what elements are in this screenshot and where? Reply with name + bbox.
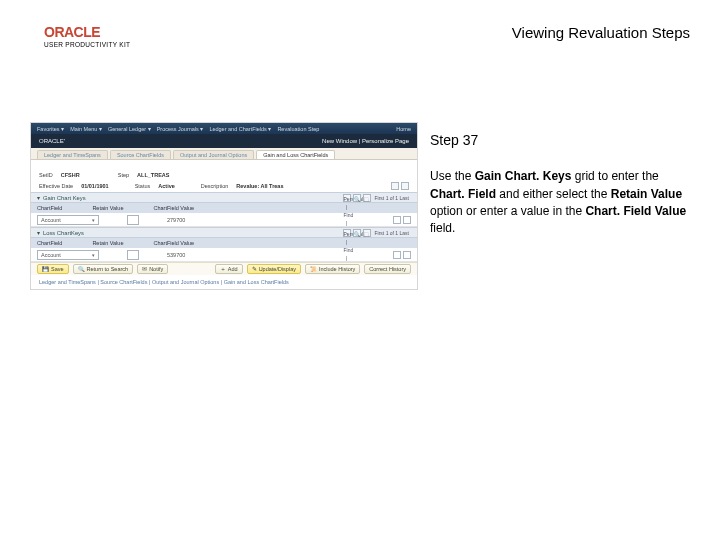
- retain-checkbox[interactable]: [127, 215, 139, 225]
- step-value: ALL_TREAS: [137, 172, 169, 178]
- collapse-icon[interactable]: ▾: [37, 195, 40, 201]
- update-button[interactable]: ✎Update/Display: [247, 264, 301, 274]
- save-icon: 💾: [42, 266, 49, 272]
- grid-personalize-icon[interactable]: Personalize | Find |: [343, 194, 351, 202]
- effdate-value: 01/01/1901: [81, 183, 109, 189]
- history-button[interactable]: 📜Include History: [305, 264, 360, 274]
- info-row-2: Effective Date 01/01/1901 Status Active …: [31, 180, 417, 192]
- return-button[interactable]: 🔍Return to Search: [73, 264, 134, 274]
- tab-source[interactable]: Source ChartFields: [110, 150, 171, 159]
- col-retain: Retain Value: [92, 240, 123, 246]
- grid-find-icon[interactable]: 🔍: [353, 229, 361, 237]
- menu-item[interactable]: Revaluation Step: [277, 126, 319, 132]
- desc-label: Description: [201, 183, 229, 189]
- brand-subtitle: USER PRODUCTIVITY KIT: [44, 41, 130, 48]
- loss-grid-header: ChartField Retain Value ChartField Value: [31, 238, 417, 248]
- bottom-breadcrumb[interactable]: Ledger and TimeSpans | Source ChartField…: [31, 275, 417, 289]
- update-icon: ✎: [252, 266, 257, 272]
- col-chartfield: ChartField: [37, 240, 62, 246]
- cfvalue-text[interactable]: 279700: [167, 217, 185, 223]
- mock-brand-label: ORACLE': [39, 138, 65, 144]
- gain-grid-row: Account 279700: [31, 213, 417, 227]
- effdate-label: Effective Date: [39, 183, 73, 189]
- brand-block: ORACLE USER PRODUCTIVITY KIT: [44, 24, 130, 48]
- mock-brand-links[interactable]: New Window | Personalize Page: [322, 138, 409, 144]
- setid-value: CFSHR: [61, 172, 80, 178]
- mock-tabs: Ledger and TimeSpans Source ChartFields …: [31, 148, 417, 160]
- chartfield-select[interactable]: Account: [37, 250, 99, 260]
- menu-item[interactable]: Process Journals ▾: [157, 126, 204, 132]
- add-button[interactable]: ＋Add: [215, 264, 243, 274]
- row-del-icon[interactable]: [403, 216, 411, 224]
- delete-row-icon[interactable]: [401, 182, 409, 190]
- grid-personalize-icon[interactable]: Personalize | Find |: [343, 229, 351, 237]
- chartfield-select[interactable]: Account: [37, 215, 99, 225]
- gain-section-header[interactable]: ▾ Gain Chart Keys Personalize | Find | 🔍…: [31, 192, 417, 203]
- return-icon: 🔍: [78, 266, 85, 272]
- grid-nav[interactable]: First 1 of 1 Last: [373, 229, 411, 237]
- home-label[interactable]: Home: [396, 126, 411, 132]
- notify-icon: ✉: [142, 266, 147, 272]
- instruction-text: Use the Gain Chart. Keys grid to enter t…: [430, 168, 690, 238]
- col-cfvalue: ChartField Value: [153, 240, 194, 246]
- correct-button[interactable]: Correct History: [364, 264, 411, 274]
- menu-item[interactable]: Main Menu ▾: [70, 126, 102, 132]
- cfvalue-text[interactable]: 539700: [167, 252, 185, 258]
- history-icon: 📜: [310, 266, 317, 272]
- loss-section-header[interactable]: ▾ Loss ChartKeys Personalize | Find | 🔍 …: [31, 227, 417, 238]
- setid-label: SetID: [39, 172, 53, 178]
- grid-download-icon[interactable]: ⬚: [363, 194, 371, 202]
- tab-output[interactable]: Output and Journal Options: [173, 150, 254, 159]
- menu-item[interactable]: Favorites ▾: [37, 126, 64, 132]
- col-cfvalue: ChartField Value: [153, 205, 194, 211]
- gain-section-title: Gain Chart Keys: [43, 195, 86, 201]
- status-value: Active: [158, 183, 175, 189]
- collapse-icon[interactable]: ▾: [37, 230, 40, 236]
- step-number: Step 37: [430, 130, 690, 150]
- mock-menubar: Favorites ▾ Main Menu ▾ General Ledger ▾…: [31, 123, 417, 134]
- gain-grid-header: ChartField Retain Value ChartField Value: [31, 203, 417, 213]
- grid-nav[interactable]: First 1 of 1 Last: [373, 194, 411, 202]
- mock-sublinks: [31, 160, 417, 170]
- col-chartfield: ChartField: [37, 205, 62, 211]
- save-button[interactable]: 💾Save: [37, 264, 69, 274]
- loss-section-title: Loss ChartKeys: [43, 230, 84, 236]
- desc-value: Revalue: All Treas: [236, 183, 283, 189]
- action-bar: 💾Save 🔍Return to Search ✉Notify ＋Add ✎Up…: [31, 262, 417, 275]
- menu-item[interactable]: General Ledger ▾: [108, 126, 151, 132]
- status-label: Status: [135, 183, 151, 189]
- col-retain: Retain Value: [92, 205, 123, 211]
- add-icon: ＋: [220, 266, 226, 273]
- menu-item[interactable]: Ledger and ChartFields ▾: [209, 126, 271, 132]
- loss-grid-row: Account 539700: [31, 248, 417, 262]
- notify-button[interactable]: ✉Notify: [137, 264, 168, 274]
- row-add-icon[interactable]: [393, 251, 401, 259]
- app-screenshot: Favorites ▾ Main Menu ▾ General Ledger ▾…: [30, 122, 418, 290]
- grid-download-icon[interactable]: ⬚: [363, 229, 371, 237]
- info-row-1: SetID CFSHR Step ALL_TREAS: [31, 170, 417, 180]
- tab-gainloss[interactable]: Gain and Loss ChartFields: [256, 150, 335, 159]
- step-label: Step: [118, 172, 129, 178]
- page-title: Viewing Revaluation Steps: [512, 24, 690, 41]
- grid-find-icon[interactable]: 🔍: [353, 194, 361, 202]
- add-row-icon[interactable]: [391, 182, 399, 190]
- instruction-panel: Step 37 Use the Gain Chart. Keys grid to…: [430, 122, 690, 238]
- row-del-icon[interactable]: [403, 251, 411, 259]
- retain-checkbox[interactable]: [127, 250, 139, 260]
- tab-ledger[interactable]: Ledger and TimeSpans: [37, 150, 108, 159]
- mock-brandbar: ORACLE' New Window | Personalize Page: [31, 134, 417, 148]
- row-add-icon[interactable]: [393, 216, 401, 224]
- brand-logo: ORACLE: [44, 24, 100, 40]
